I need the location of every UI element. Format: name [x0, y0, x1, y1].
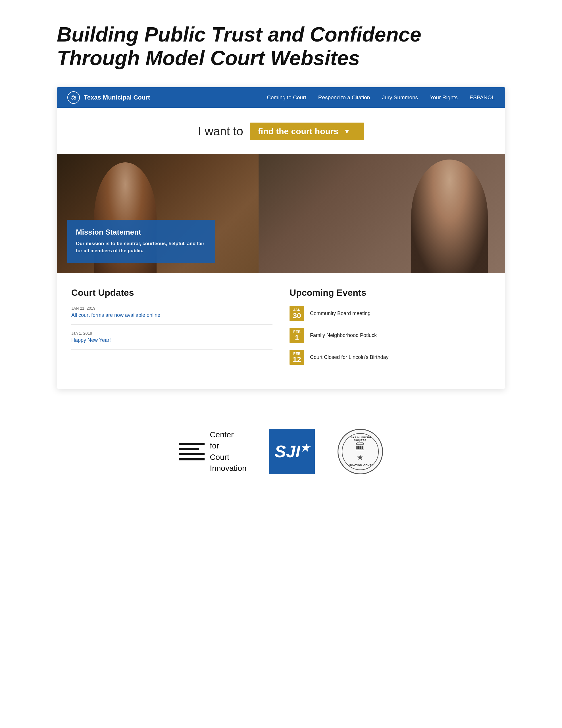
cci-text: Center for Court Innovation: [210, 429, 246, 474]
hero-label: I want to: [198, 125, 243, 138]
hero-photo-section: Mission Statement Our mission is to be n…: [57, 154, 505, 273]
tmc-seal-bottom-text: EDUCATION CENTER: [342, 464, 378, 467]
tmc-seal-inner: TEXAS MUNICIPAL COURTS 🏛 ★ EDUCATION CEN…: [342, 433, 379, 470]
event-item-2: Feb 1 Family Neighborhood Potluck: [289, 328, 491, 343]
cci-line-3: [179, 453, 205, 455]
cci-logo: Center for Court Innovation: [179, 429, 246, 474]
logos-section: Center for Court Innovation SJI★ TEXAS M…: [57, 412, 505, 486]
event-date-box-3: Feb 12: [289, 350, 304, 365]
hero-dropdown-text: find the court hours: [258, 127, 338, 136]
hero-search-section: I want to find the court hours ▼: [57, 108, 505, 154]
event-date-box-2: Feb 1: [289, 328, 304, 343]
mission-text: Our mission is to be neutral, courteous,…: [76, 240, 207, 255]
update-text-2[interactable]: Happy New Year!: [71, 337, 273, 343]
cci-line-2: [179, 448, 199, 450]
mission-title: Mission Statement: [76, 228, 207, 237]
sji-text: SJI★: [275, 442, 309, 461]
tmc-seal-shield-icon: 🏛: [355, 441, 365, 453]
main-title: Building Public Trust and Confidence Thr…: [57, 23, 505, 70]
update-text-1[interactable]: All court forms are now available online: [71, 312, 273, 318]
update-date-1: JAN 21, 2019: [71, 306, 273, 311]
court-updates-section: Court Updates JAN 21, 2019 All court for…: [71, 288, 273, 372]
event-item-1: Jan 30 Community Board meeting: [289, 306, 491, 321]
navbar-links: Coming to Court Respond to a Citation Ju…: [267, 94, 495, 101]
navbar-brand-text: Texas Municipal Court: [84, 94, 150, 101]
cci-line-1: [179, 443, 205, 445]
content-section: Court Updates JAN 21, 2019 All court for…: [57, 273, 505, 389]
mission-statement-box: Mission Statement Our mission is to be n…: [67, 220, 215, 263]
event-day-2: 1: [292, 334, 301, 341]
event-label-3: Court Closed for Lincoln's Birthday: [310, 354, 389, 360]
event-label-1: Community Board meeting: [310, 311, 370, 317]
event-day-3: 12: [292, 356, 301, 363]
court-updates-heading: Court Updates: [71, 288, 273, 298]
person-right-figure: [411, 160, 488, 273]
event-date-box-1: Jan 30: [289, 306, 304, 321]
tmc-seal: TEXAS MUNICIPAL COURTS 🏛 ★ EDUCATION CEN…: [337, 429, 383, 474]
nav-coming-to-court[interactable]: Coming to Court: [267, 94, 306, 101]
chevron-down-icon: ▼: [343, 127, 350, 135]
hero-dropdown[interactable]: find the court hours ▼: [250, 123, 364, 140]
update-item-2: Jan 1, 2019 Happy New Year!: [71, 331, 273, 350]
nav-jury-summons[interactable]: Jury Summons: [382, 94, 418, 101]
nav-respond-citation[interactable]: Respond to a Citation: [318, 94, 370, 101]
logo-icon: ⚖: [67, 91, 80, 104]
event-item-3: Feb 12 Court Closed for Lincoln's Birthd…: [289, 350, 491, 365]
update-date-2: Jan 1, 2019: [71, 331, 273, 336]
navbar: ⚖ Texas Municipal Court Coming to Court …: [57, 87, 505, 108]
upcoming-events-heading: Upcoming Events: [289, 288, 491, 298]
cci-lines-icon: [179, 443, 205, 460]
nav-espanol[interactable]: ESPAÑOL: [470, 94, 495, 101]
event-day-1: 30: [292, 312, 301, 319]
cci-line-4: [179, 458, 205, 460]
nav-your-rights[interactable]: Your Rights: [430, 94, 458, 101]
sji-logo: SJI★: [270, 429, 315, 474]
tmc-seal-star-icon: ★: [356, 453, 364, 462]
event-label-2: Family Neighborhood Potluck: [310, 332, 377, 338]
navbar-brand: ⚖ Texas Municipal Court: [67, 91, 150, 104]
tmc-seal-top-text: TEXAS MUNICIPAL COURTS: [342, 436, 378, 442]
update-item-1: JAN 21, 2019 All court forms are now ava…: [71, 306, 273, 325]
website-mockup: ⚖ Texas Municipal Court Coming to Court …: [57, 87, 505, 389]
upcoming-events-section: Upcoming Events Jan 30 Community Board m…: [289, 288, 491, 372]
